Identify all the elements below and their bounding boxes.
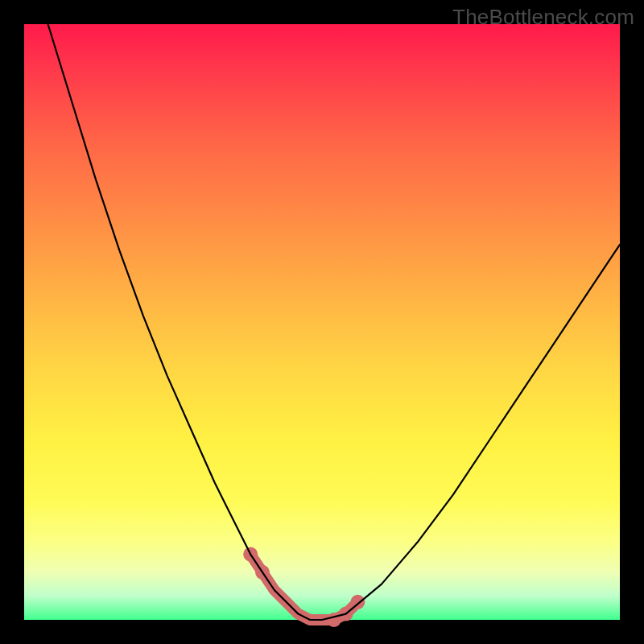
chart-svg bbox=[24, 24, 620, 620]
plot-area bbox=[24, 24, 620, 620]
series-bottleneck-curve bbox=[24, 0, 620, 620]
bottleneck-curve-path bbox=[24, 0, 620, 620]
chart-frame: TheBottleneck.com bbox=[0, 0, 644, 644]
